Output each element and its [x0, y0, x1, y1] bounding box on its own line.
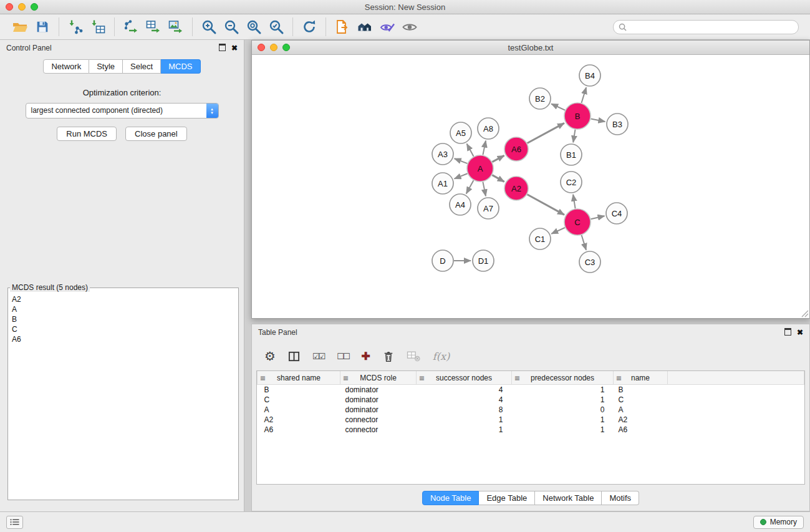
- memory-button[interactable]: Memory: [753, 516, 804, 529]
- table-cell[interactable]: connector: [340, 425, 417, 435]
- table-tab-node-table[interactable]: Node Table: [422, 491, 480, 505]
- open-session-button[interactable]: [10, 17, 30, 37]
- delete-table-button[interactable]: [407, 351, 420, 362]
- table-cell[interactable]: 1: [512, 415, 614, 425]
- table-cell[interactable]: 8: [417, 405, 512, 415]
- column-menu-icon[interactable]: ▦: [260, 375, 266, 381]
- table-cell[interactable]: 0: [512, 405, 614, 415]
- table-cell[interactable]: 1: [512, 395, 614, 405]
- column-selector-button[interactable]: [288, 351, 300, 362]
- float-table-panel-button[interactable]: [784, 328, 791, 337]
- mcds-result-item[interactable]: A: [9, 304, 237, 314]
- deselect-all-button[interactable]: ☐☐: [337, 352, 349, 361]
- column-header[interactable]: ▦predecessor nodes: [512, 371, 614, 385]
- eye-button[interactable]: [400, 17, 420, 37]
- close-panel-button[interactable]: Close panel: [125, 127, 187, 141]
- mcds-result-item[interactable]: B: [9, 314, 237, 324]
- close-network-window-button[interactable]: [258, 44, 265, 51]
- table-row[interactable]: A2connector11A2: [258, 415, 804, 425]
- edge-A-A3[interactable]: [455, 158, 468, 163]
- import-network-button[interactable]: [65, 17, 85, 37]
- mcds-result-list[interactable]: A2ABCA6: [9, 294, 237, 498]
- table-cell[interactable]: dominator: [340, 405, 417, 415]
- delete-row-button[interactable]: [383, 351, 394, 362]
- edge-C-C3[interactable]: [582, 235, 586, 250]
- column-header[interactable]: ▦MCDS role: [340, 371, 417, 385]
- column-header[interactable]: ▦successor nodes: [417, 371, 512, 385]
- table-tab-network-table[interactable]: Network Table: [535, 491, 602, 505]
- edge-B-B3[interactable]: [591, 118, 605, 122]
- node-B4[interactable]: B4: [579, 65, 600, 86]
- edge-C-C4[interactable]: [591, 216, 605, 219]
- refresh-button[interactable]: [299, 17, 319, 37]
- table-cell[interactable]: A2: [614, 415, 668, 425]
- node-A3[interactable]: A3: [432, 143, 453, 165]
- network-view[interactable]: B4B2BB3A5A8A6A3AB1A1A2C2A4A7C4CC1DD1C3: [252, 55, 809, 318]
- table-cell[interactable]: 1: [417, 425, 512, 435]
- zoom-selected-button[interactable]: [266, 17, 286, 37]
- zoom-fit-button[interactable]: [244, 17, 264, 37]
- edge-A-A7[interactable]: [483, 182, 486, 196]
- node-C[interactable]: C: [564, 209, 591, 235]
- export-table-button[interactable]: [143, 17, 163, 37]
- table-row[interactable]: Bdominator41B: [258, 385, 804, 395]
- tab-select[interactable]: Select: [123, 59, 161, 74]
- node-B3[interactable]: B3: [607, 114, 628, 135]
- edge-A-A1[interactable]: [455, 173, 468, 178]
- column-menu-icon[interactable]: ▦: [343, 375, 349, 381]
- node-D1[interactable]: D1: [473, 250, 494, 271]
- minimize-window-button[interactable]: [18, 3, 26, 11]
- search-input[interactable]: [630, 22, 793, 32]
- edge-B-B1[interactable]: [573, 130, 575, 143]
- table-cell[interactable]: A6: [258, 425, 340, 435]
- table-cell[interactable]: C: [258, 395, 340, 405]
- mcds-result-item[interactable]: A6: [9, 334, 237, 344]
- table-cell[interactable]: A6: [614, 425, 668, 435]
- zoom-in-button[interactable]: [199, 17, 219, 37]
- table-cell[interactable]: dominator: [340, 385, 417, 395]
- node-C1[interactable]: C1: [529, 228, 551, 249]
- table-cell[interactable]: connector: [340, 415, 417, 425]
- resize-grip[interactable]: [801, 310, 809, 317]
- import-table-button[interactable]: [88, 17, 108, 37]
- table-cell[interactable]: dominator: [340, 395, 417, 405]
- minimize-network-window-button[interactable]: [270, 44, 277, 51]
- table-cell[interactable]: B: [614, 385, 668, 395]
- export-network-button[interactable]: [121, 17, 141, 37]
- table-cell[interactable]: C: [614, 395, 668, 405]
- table-row[interactable]: Cdominator41C: [258, 395, 804, 405]
- table-cell[interactable]: 1: [512, 385, 614, 395]
- node-C2[interactable]: C2: [561, 172, 582, 193]
- document-export-button[interactable]: [332, 17, 352, 37]
- save-session-button[interactable]: [32, 17, 52, 37]
- table-cell[interactable]: 1: [417, 415, 512, 425]
- table-tab-edge-table[interactable]: Edge Table: [479, 491, 535, 505]
- table-row[interactable]: Adominator80A: [258, 405, 804, 415]
- apply-function-button[interactable]: f(x): [433, 351, 450, 362]
- eye-pen-button[interactable]: [377, 17, 397, 37]
- edge-B-B2[interactable]: [551, 104, 565, 110]
- table-cell[interactable]: 4: [417, 395, 512, 405]
- zoom-window-button[interactable]: [31, 3, 38, 11]
- edge-A-A6[interactable]: [492, 155, 504, 162]
- node-A7[interactable]: A7: [478, 198, 499, 219]
- node-C4[interactable]: C4: [606, 203, 627, 224]
- zoom-network-window-button[interactable]: [282, 44, 290, 51]
- run-mcds-button[interactable]: Run MCDS: [57, 127, 117, 141]
- tab-network[interactable]: Network: [43, 59, 89, 74]
- houses-button[interactable]: [355, 17, 375, 37]
- node-C3[interactable]: C3: [579, 251, 600, 273]
- close-window-button[interactable]: [6, 3, 13, 11]
- table-cell[interactable]: B: [258, 385, 340, 395]
- panel-close-button[interactable]: ✖: [231, 45, 238, 52]
- node-A1[interactable]: A1: [432, 173, 453, 194]
- table-cell[interactable]: 1: [512, 425, 614, 435]
- column-menu-icon[interactable]: ▦: [514, 375, 520, 381]
- table-row[interactable]: A6connector11A6: [258, 425, 804, 435]
- edge-A2-C[interactable]: [528, 195, 565, 215]
- node-A4[interactable]: A4: [450, 194, 471, 215]
- network-canvas[interactable]: B4B2BB3A5A8A6A3AB1A1A2C2A4A7C4CC1DD1C3: [252, 55, 809, 318]
- mcds-result-item[interactable]: A2: [9, 294, 237, 304]
- table-settings-button[interactable]: ⚙: [264, 349, 276, 364]
- table-tab-motifs[interactable]: Motifs: [602, 491, 639, 505]
